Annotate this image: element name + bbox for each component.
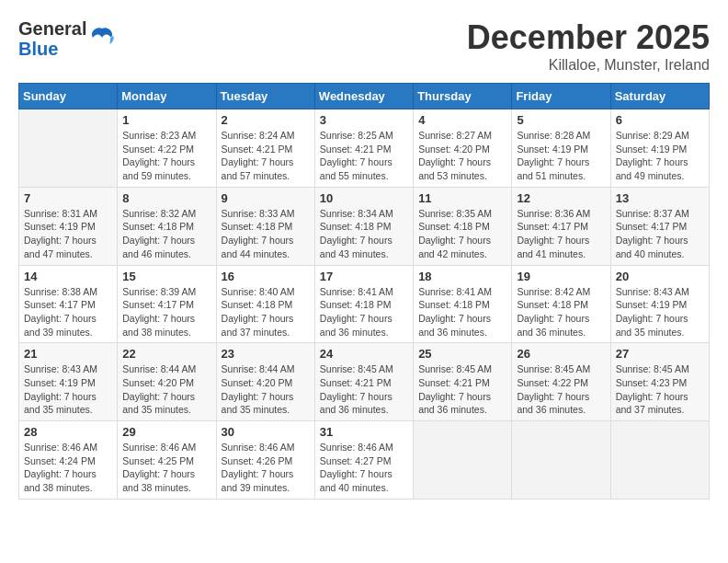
calendar-cell: 23Sunrise: 8:44 AM Sunset: 4:20 PM Dayli… <box>216 343 314 421</box>
weekday-header-tuesday: Tuesday <box>216 84 314 109</box>
day-number: 10 <box>320 191 408 205</box>
calendar-body: 1Sunrise: 8:23 AM Sunset: 4:22 PM Daylig… <box>19 109 710 500</box>
calendar-cell: 9Sunrise: 8:33 AM Sunset: 4:18 PM Daylig… <box>216 187 314 265</box>
calendar-week-row: 14Sunrise: 8:38 AM Sunset: 4:17 PM Dayli… <box>19 265 710 343</box>
day-number: 25 <box>418 347 506 361</box>
day-number: 26 <box>517 347 605 361</box>
day-info: Sunrise: 8:46 AM Sunset: 4:24 PM Dayligh… <box>24 441 112 495</box>
day-number: 16 <box>222 270 310 283</box>
day-info: Sunrise: 8:29 AM Sunset: 4:19 PM Dayligh… <box>616 129 704 183</box>
calendar-week-row: 7Sunrise: 8:31 AM Sunset: 4:19 PM Daylig… <box>19 187 710 265</box>
calendar-cell: 2Sunrise: 8:24 AM Sunset: 4:21 PM Daylig… <box>216 109 314 188</box>
calendar-cell: 26Sunrise: 8:45 AM Sunset: 4:22 PM Dayli… <box>512 343 610 421</box>
calendar-cell <box>512 421 610 500</box>
day-info: Sunrise: 8:41 AM Sunset: 4:18 PM Dayligh… <box>320 285 408 339</box>
day-number: 19 <box>517 270 605 283</box>
calendar-week-row: 1Sunrise: 8:23 AM Sunset: 4:22 PM Daylig… <box>19 109 710 188</box>
day-info: Sunrise: 8:46 AM Sunset: 4:27 PM Dayligh… <box>320 441 408 495</box>
calendar-table: SundayMondayTuesdayWednesdayThursdayFrid… <box>18 83 710 500</box>
calendar-cell: 15Sunrise: 8:39 AM Sunset: 4:17 PM Dayli… <box>118 265 216 343</box>
day-number: 5 <box>517 113 605 127</box>
calendar-cell: 28Sunrise: 8:46 AM Sunset: 4:24 PM Dayli… <box>19 421 118 500</box>
day-number: 6 <box>616 113 704 127</box>
day-number: 17 <box>320 270 408 283</box>
title-block: December 2025 Killaloe, Munster, Ireland <box>467 18 710 74</box>
day-info: Sunrise: 8:40 AM Sunset: 4:18 PM Dayligh… <box>222 285 310 339</box>
day-number: 31 <box>320 425 408 439</box>
day-number: 1 <box>122 113 210 127</box>
calendar-cell: 13Sunrise: 8:37 AM Sunset: 4:17 PM Dayli… <box>610 187 709 265</box>
calendar-cell: 1Sunrise: 8:23 AM Sunset: 4:22 PM Daylig… <box>118 109 216 188</box>
weekday-header-wednesday: Wednesday <box>314 84 413 109</box>
day-info: Sunrise: 8:45 AM Sunset: 4:21 PM Dayligh… <box>418 362 506 417</box>
day-number: 15 <box>122 270 210 283</box>
calendar-cell: 19Sunrise: 8:42 AM Sunset: 4:18 PM Dayli… <box>512 265 610 343</box>
day-number: 20 <box>616 270 704 283</box>
location-text: Killaloe, Munster, Ireland <box>467 57 710 74</box>
day-info: Sunrise: 8:31 AM Sunset: 4:19 PM Dayligh… <box>24 207 112 261</box>
calendar-cell: 11Sunrise: 8:35 AM Sunset: 4:18 PM Dayli… <box>414 187 512 265</box>
calendar-cell <box>610 421 709 500</box>
calendar-cell: 14Sunrise: 8:38 AM Sunset: 4:17 PM Dayli… <box>19 265 118 343</box>
calendar-cell: 21Sunrise: 8:43 AM Sunset: 4:19 PM Dayli… <box>19 343 118 421</box>
logo-bird-icon <box>89 26 115 52</box>
day-number: 24 <box>320 347 408 361</box>
day-info: Sunrise: 8:45 AM Sunset: 4:21 PM Dayligh… <box>320 362 408 417</box>
calendar-cell: 4Sunrise: 8:27 AM Sunset: 4:20 PM Daylig… <box>414 109 512 188</box>
day-number: 3 <box>320 113 408 127</box>
day-info: Sunrise: 8:44 AM Sunset: 4:20 PM Dayligh… <box>122 362 210 417</box>
day-number: 29 <box>122 425 210 439</box>
calendar-cell <box>414 421 512 500</box>
day-info: Sunrise: 8:38 AM Sunset: 4:17 PM Dayligh… <box>24 285 112 339</box>
calendar-cell: 8Sunrise: 8:32 AM Sunset: 4:18 PM Daylig… <box>118 187 216 265</box>
day-number: 21 <box>24 347 112 361</box>
day-number: 9 <box>222 191 310 205</box>
day-number: 30 <box>222 425 310 439</box>
weekday-header-thursday: Thursday <box>414 84 512 109</box>
day-info: Sunrise: 8:45 AM Sunset: 4:22 PM Dayligh… <box>517 362 605 417</box>
calendar-cell: 24Sunrise: 8:45 AM Sunset: 4:21 PM Dayli… <box>314 343 413 421</box>
day-number: 14 <box>24 270 112 283</box>
calendar-cell: 17Sunrise: 8:41 AM Sunset: 4:18 PM Dayli… <box>314 265 413 343</box>
calendar-cell: 29Sunrise: 8:46 AM Sunset: 4:25 PM Dayli… <box>118 421 216 500</box>
month-title: December 2025 <box>467 18 710 57</box>
weekday-header-monday: Monday <box>118 84 216 109</box>
logo: General Blue <box>18 18 115 59</box>
calendar-cell: 7Sunrise: 8:31 AM Sunset: 4:19 PM Daylig… <box>19 187 118 265</box>
day-info: Sunrise: 8:41 AM Sunset: 4:18 PM Dayligh… <box>418 285 506 339</box>
calendar-week-row: 21Sunrise: 8:43 AM Sunset: 4:19 PM Dayli… <box>19 343 710 421</box>
calendar-cell: 25Sunrise: 8:45 AM Sunset: 4:21 PM Dayli… <box>414 343 512 421</box>
day-info: Sunrise: 8:42 AM Sunset: 4:18 PM Dayligh… <box>517 285 605 339</box>
page-header: General Blue December 2025 Killaloe, Mun… <box>18 18 710 74</box>
day-number: 12 <box>517 191 605 205</box>
day-number: 11 <box>418 191 506 205</box>
calendar-cell <box>19 109 118 188</box>
day-number: 18 <box>418 270 506 283</box>
day-info: Sunrise: 8:43 AM Sunset: 4:19 PM Dayligh… <box>616 285 704 339</box>
day-info: Sunrise: 8:23 AM Sunset: 4:22 PM Dayligh… <box>122 129 210 183</box>
calendar-cell: 6Sunrise: 8:29 AM Sunset: 4:19 PM Daylig… <box>610 109 709 188</box>
calendar-header-row: SundayMondayTuesdayWednesdayThursdayFrid… <box>19 84 710 109</box>
weekday-header-saturday: Saturday <box>610 84 709 109</box>
day-info: Sunrise: 8:44 AM Sunset: 4:20 PM Dayligh… <box>222 362 310 417</box>
calendar-cell: 20Sunrise: 8:43 AM Sunset: 4:19 PM Dayli… <box>610 265 709 343</box>
calendar-week-row: 28Sunrise: 8:46 AM Sunset: 4:24 PM Dayli… <box>19 421 710 500</box>
day-info: Sunrise: 8:39 AM Sunset: 4:17 PM Dayligh… <box>122 285 210 339</box>
weekday-header-sunday: Sunday <box>19 84 118 109</box>
calendar-cell: 10Sunrise: 8:34 AM Sunset: 4:18 PM Dayli… <box>314 187 413 265</box>
day-number: 4 <box>418 113 506 127</box>
day-number: 28 <box>24 425 112 439</box>
day-info: Sunrise: 8:32 AM Sunset: 4:18 PM Dayligh… <box>122 207 210 261</box>
day-number: 7 <box>24 191 112 205</box>
day-info: Sunrise: 8:34 AM Sunset: 4:18 PM Dayligh… <box>320 207 408 261</box>
day-number: 27 <box>616 347 704 361</box>
day-info: Sunrise: 8:43 AM Sunset: 4:19 PM Dayligh… <box>24 362 112 417</box>
calendar-cell: 22Sunrise: 8:44 AM Sunset: 4:20 PM Dayli… <box>118 343 216 421</box>
day-number: 13 <box>616 191 704 205</box>
day-info: Sunrise: 8:37 AM Sunset: 4:17 PM Dayligh… <box>616 207 704 261</box>
day-info: Sunrise: 8:24 AM Sunset: 4:21 PM Dayligh… <box>222 129 310 183</box>
day-number: 2 <box>222 113 310 127</box>
day-info: Sunrise: 8:46 AM Sunset: 4:25 PM Dayligh… <box>122 441 210 495</box>
day-info: Sunrise: 8:45 AM Sunset: 4:23 PM Dayligh… <box>616 362 704 417</box>
day-number: 22 <box>122 347 210 361</box>
